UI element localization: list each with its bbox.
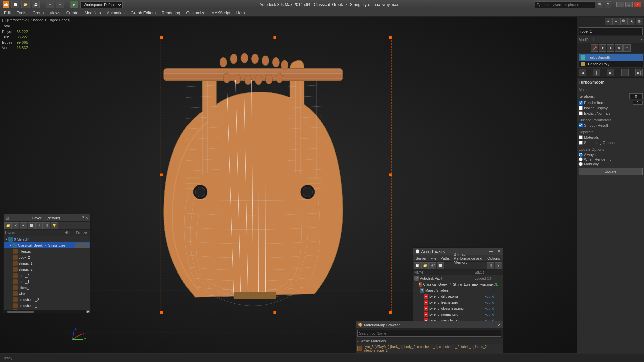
layer-hscrollbar[interactable]: ▶ — [4, 310, 90, 313]
asset-row[interactable]: ■ Lyre_3_normal.png Found — [413, 311, 503, 317]
list-item[interactable]: sticks_2 — — — [4, 309, 90, 310]
asset-tb-btn3[interactable]: 🔗 — [429, 262, 436, 269]
layer-light-btn[interactable]: 💡 — [51, 222, 58, 229]
render-btn[interactable]: ▶ — [70, 1, 78, 8]
list-item[interactable]: ▼ Classical_Greek_7_String_Lyre — [4, 242, 90, 248]
menu-group[interactable]: Group — [30, 9, 46, 17]
explicit-checkbox[interactable] — [579, 111, 583, 115]
asset-menu-options[interactable]: Options — [486, 256, 501, 260]
mod-nav-2[interactable]: | — [593, 69, 600, 76]
layer-settings-btn[interactable]: ⚙ — [43, 222, 50, 229]
rp-icon5[interactable]: ⚙ — [636, 18, 643, 25]
search-input[interactable] — [535, 1, 595, 8]
save-btn[interactable]: 💾 — [32, 1, 40, 8]
menu-maxscript[interactable]: MAXScript — [209, 9, 233, 17]
rp-icon4[interactable]: ★ — [628, 18, 635, 25]
asset-menu-paths[interactable]: Paths — [439, 256, 451, 260]
smooth-result-checkbox[interactable] — [579, 123, 583, 127]
materials-checkbox[interactable] — [579, 135, 583, 139]
asset-tb-btn1[interactable]: 📋 — [414, 262, 421, 269]
asset-row[interactable]: ■ Lyre_3_diffuse.png Found — [413, 293, 503, 299]
render-iters-checkbox[interactable] — [579, 101, 583, 105]
list-item[interactable]: crossbeam_2 — — — [4, 297, 90, 303]
manually-radio[interactable] — [579, 162, 583, 166]
list-item[interactable]: rope_1 — — — [4, 279, 90, 285]
asset-tb-help[interactable]: ? — [495, 262, 502, 269]
mod-icon-5[interactable]: □ — [623, 44, 631, 52]
smoothing-groups-checkbox[interactable] — [579, 141, 583, 145]
layer-merge-btn[interactable]: ⬇ — [35, 222, 43, 229]
list-item[interactable]: crossbeam_1 — — — [4, 303, 90, 309]
rp-icon1[interactable]: + — [605, 18, 612, 25]
menu-create[interactable]: Create — [64, 9, 81, 17]
menu-edit[interactable]: Edit — [1, 9, 14, 17]
minimize-button[interactable]: — — [616, 2, 624, 7]
layer-new-btn[interactable]: 📁 — [4, 222, 12, 229]
object-name-field[interactable] — [579, 27, 643, 35]
when-rendering-radio[interactable] — [579, 157, 583, 161]
menu-help[interactable]: Help — [234, 9, 248, 17]
menu-modifiers[interactable]: Modifiers — [82, 9, 104, 17]
mat-search-input[interactable] — [357, 330, 501, 337]
mod-icon-2[interactable]: ⬆ — [599, 44, 606, 52]
asset-row[interactable]: M Classical_Greek_7_String_Lyre_max_vray… — [413, 281, 503, 287]
list-item[interactable]: strings_2 — — — [4, 266, 90, 273]
asset-row[interactable]: ■ Lyre_3_glossiness.png Found — [413, 305, 503, 311]
mod-nav-1[interactable]: |◀ — [579, 69, 586, 76]
layer-delete-btn[interactable]: ✕ — [12, 222, 19, 229]
asset-row[interactable]: V Autodesk Vault Logged Off — [413, 275, 503, 281]
close-button[interactable]: ✕ — [634, 2, 641, 7]
expand-icon[interactable]: ▼ — [5, 238, 8, 241]
menu-customize[interactable]: Customize — [183, 9, 208, 17]
help-icon[interactable]: ? — [605, 1, 611, 8]
always-radio[interactable] — [579, 153, 583, 157]
mod-nav-3[interactable]: ▶ — [607, 69, 614, 76]
layer-help-icon[interactable]: ? — [82, 216, 84, 220]
asset-tb-btn2[interactable]: 📁 — [421, 262, 429, 269]
mod-icon-4[interactable]: ✕ — [615, 44, 623, 52]
mat-item[interactable]: Lyre_3 (VRayMtl) [body_1, body_2, crossb… — [356, 344, 503, 353]
maximize-button[interactable]: □ — [625, 2, 633, 7]
search-icon[interactable]: 🔍 — [597, 1, 603, 8]
open-btn[interactable]: 📂 — [21, 1, 30, 8]
workspace-dropdown[interactable]: Workspace: Default — [80, 1, 123, 8]
mod-nav-5[interactable]: ▶| — [635, 69, 643, 76]
asset-menu-file[interactable]: File — [429, 256, 438, 260]
layer-select-btn[interactable]: ☰ — [28, 222, 35, 229]
asset-menu-server[interactable]: Server — [414, 256, 428, 260]
mod-icon-1[interactable]: 📌 — [591, 44, 598, 52]
asset-maximize-icon[interactable]: □ — [494, 249, 496, 253]
modifier-dropdown-arrow[interactable]: ▼ — [640, 38, 643, 41]
mat-section-label[interactable]: - Scene Materials — [356, 338, 503, 344]
asset-tb-settings[interactable]: ⚙ — [487, 262, 494, 269]
viewport[interactable]: [+] [Perspective] [Shaded + Edged Faces]… — [0, 17, 577, 353]
render-iters-input[interactable] — [633, 101, 643, 105]
update-button[interactable]: Update — [579, 168, 643, 175]
mat-close-icon[interactable]: ✕ — [498, 323, 501, 327]
list-item[interactable]: body_2 — — — [4, 254, 90, 260]
layer-add-btn[interactable]: + — [20, 222, 27, 229]
menu-animation[interactable]: Animation — [104, 9, 127, 17]
list-item[interactable]: strings_1 — — — [4, 260, 90, 266]
asset-close-icon[interactable]: ✕ — [498, 249, 501, 253]
layer-scroll-right[interactable]: ▶ — [86, 310, 90, 313]
modifier-item-turbosmooth[interactable]: TurboSmooth — [579, 54, 643, 61]
modifier-item-editablepoly[interactable]: Editable Poly — [579, 61, 643, 67]
menu-tools[interactable]: Tools — [14, 9, 29, 17]
menu-rendering[interactable]: Rendering — [159, 9, 183, 17]
layer-close-icon[interactable]: ✕ — [85, 216, 88, 220]
rp-icon3[interactable]: 🔍 — [620, 18, 628, 25]
list-item[interactable]: wire — — — [4, 291, 90, 297]
asset-minimize-icon[interactable]: — — [489, 249, 493, 253]
redo-btn[interactable]: ↪ — [56, 1, 64, 8]
list-item[interactable]: sticks_1 — — — [4, 285, 90, 291]
layer-hscrollbar-thumb[interactable] — [7, 311, 34, 313]
list-item[interactable]: rope_2 — — — [4, 273, 90, 279]
list-item[interactable]: interiors — — — [4, 248, 90, 254]
undo-btn[interactable]: ↩ — [46, 1, 54, 8]
list-item[interactable]: ▼ 0 (default) — — — [4, 236, 90, 242]
asset-row[interactable]: ■ Lyre_3_fresnel.png Found — [413, 299, 503, 305]
new-btn[interactable]: 📄 — [11, 1, 19, 8]
asset-tb-btn4[interactable]: ⬜ — [437, 262, 444, 269]
asset-row[interactable]: G Maps / Shaders — [413, 287, 503, 293]
